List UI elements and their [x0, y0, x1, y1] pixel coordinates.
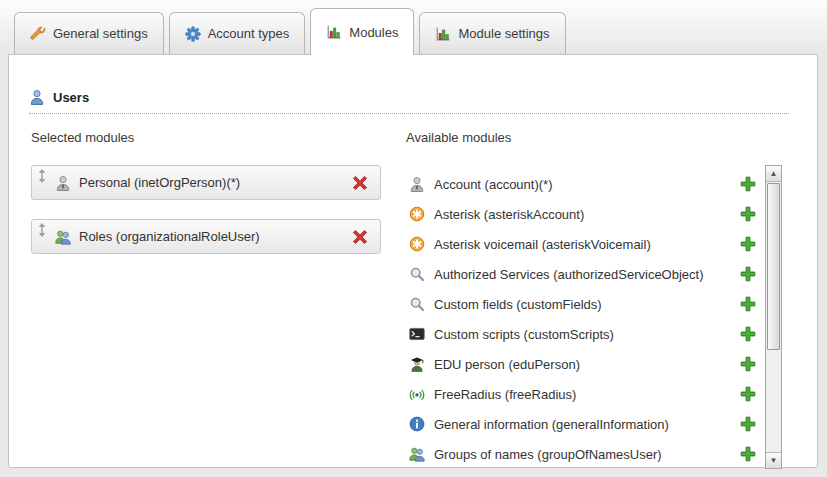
available-module-general-information: General information (generalInformation) — [406, 409, 756, 439]
selected-module-roles[interactable]: Roles (organizationalRoleUser) — [31, 219, 381, 254]
module-label: Personal (inetOrgPerson)(*) — [79, 175, 344, 190]
selected-modules-heading: Selected modules — [31, 130, 381, 146]
add-module-button[interactable] — [740, 206, 756, 222]
module-label: Custom scripts (customScripts) — [434, 327, 731, 342]
add-module-button[interactable] — [740, 326, 756, 342]
module-label: Groups of names (groupOfNamesUser) — [434, 447, 731, 462]
available-modules-column: Available modules Account (account)(*) A… — [406, 130, 756, 469]
available-module-authorized-services: Authorized Services (authorizedServiceOb… — [406, 259, 756, 289]
scrollbar[interactable]: ▲ ▼ — [765, 165, 782, 469]
module-label: Roles (organizationalRoleUser) — [79, 229, 344, 244]
account-type-title: Users — [53, 90, 89, 105]
user-icon — [29, 89, 45, 105]
add-module-button[interactable] — [740, 296, 756, 312]
person-icon — [55, 175, 71, 191]
tab-label: Account types — [208, 26, 290, 41]
scrollbar-down-button[interactable]: ▼ — [766, 452, 781, 468]
magnifier-icon — [409, 266, 425, 282]
available-module-account: Account (account)(*) — [406, 169, 756, 199]
modules-panel: Users Selected modules Personal (inetOrg… — [8, 54, 818, 468]
module-label: FreeRadius (freeRadius) — [434, 387, 731, 402]
group-icon — [409, 446, 425, 462]
module-label: Asterisk (asteriskAccount) — [434, 207, 731, 222]
group-icon — [55, 229, 71, 245]
tools-icon — [30, 26, 46, 42]
add-module-button[interactable] — [740, 416, 756, 432]
module-label: Account (account)(*) — [434, 177, 731, 192]
asterisk-icon — [409, 206, 425, 222]
badge-icon — [185, 26, 201, 42]
person-icon — [409, 176, 425, 192]
module-label: Asterisk voicemail (asteriskVoicemail) — [434, 237, 731, 252]
available-modules-heading: Available modules — [406, 130, 756, 146]
available-module-freeradius: FreeRadius (freeRadius) — [406, 379, 756, 409]
available-module-custom-fields: Custom fields (customFields) — [406, 289, 756, 319]
add-module-button[interactable] — [740, 356, 756, 372]
tab-label: General settings — [53, 26, 148, 41]
modules-chart-icon — [326, 24, 342, 40]
available-module-edu-person: EDU person (eduPerson) — [406, 349, 756, 379]
info-icon — [409, 416, 425, 432]
graduate-icon — [409, 356, 425, 372]
antenna-icon — [409, 386, 425, 402]
tab-general-settings[interactable]: General settings — [14, 12, 164, 54]
terminal-icon — [409, 326, 425, 342]
available-modules-list: Account (account)(*) Asterisk (asteriskA… — [406, 169, 756, 469]
available-module-asterisk: Asterisk (asteriskAccount) — [406, 199, 756, 229]
selected-modules-column: Selected modules Personal (inetOrgPerson… — [31, 130, 381, 254]
module-label: Custom fields (customFields) — [434, 297, 731, 312]
scrollbar-up-button[interactable]: ▲ — [766, 166, 781, 182]
add-module-button[interactable] — [740, 446, 756, 462]
scrollbar-thumb[interactable] — [767, 183, 780, 350]
available-module-custom-scripts: Custom scripts (customScripts) — [406, 319, 756, 349]
magnifier-icon — [409, 296, 425, 312]
add-module-button[interactable] — [740, 386, 756, 402]
drag-handle-icon[interactable] — [37, 169, 47, 183]
remove-module-button[interactable] — [352, 175, 368, 191]
tab-label: Modules — [349, 25, 398, 40]
available-module-asterisk-voicemail: Asterisk voicemail (asteriskVoicemail) — [406, 229, 756, 259]
add-module-button[interactable] — [740, 266, 756, 282]
available-module-groups-of-names: Groups of names (groupOfNamesUser) — [406, 439, 756, 469]
module-label: Authorized Services (authorizedServiceOb… — [434, 267, 731, 282]
module-label: General information (generalInformation) — [434, 417, 731, 432]
selected-module-personal[interactable]: Personal (inetOrgPerson)(*) — [31, 165, 381, 200]
tab-modules[interactable]: Modules — [310, 8, 414, 55]
scrollbar-track[interactable] — [766, 182, 781, 452]
tab-module-settings[interactable]: Module settings — [419, 12, 565, 54]
account-type-heading: Users — [29, 89, 789, 114]
add-module-button[interactable] — [740, 236, 756, 252]
drag-handle-icon[interactable] — [37, 223, 47, 237]
tab-bar: General settings Account types Modules M… — [14, 8, 566, 54]
tab-label: Module settings — [458, 26, 549, 41]
tab-account-types[interactable]: Account types — [169, 12, 306, 54]
modules-chart-icon — [435, 26, 451, 42]
add-module-button[interactable] — [740, 176, 756, 192]
asterisk-icon — [409, 236, 425, 252]
remove-module-button[interactable] — [352, 229, 368, 245]
module-label: EDU person (eduPerson) — [434, 357, 731, 372]
